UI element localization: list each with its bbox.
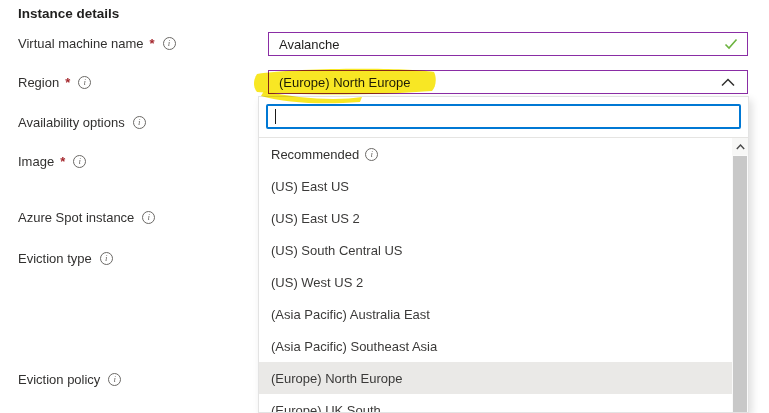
region-option-label: (US) East US [271,179,349,194]
region-option[interactable]: (US) West US 2 [259,266,732,298]
region-option-label: (US) South Central US [271,243,403,258]
info-icon[interactable]: i [163,37,176,50]
text-caret [275,109,276,124]
region-search-input[interactable] [268,106,739,127]
scrollbar-thumb[interactable] [733,156,747,412]
region-option[interactable]: (Asia Pacific) Southeast Asia [259,330,732,362]
required-marker: * [60,154,65,169]
image-label: Image* i [18,154,86,169]
region-group-header-text: Recommended [271,147,359,162]
required-marker: * [150,36,155,51]
region-option[interactable]: (Europe) UK South [259,394,732,412]
region-search-box [266,104,741,129]
vm-name-input[interactable] [269,33,724,55]
availability-options-label: Availability options i [18,115,146,130]
info-icon[interactable]: i [133,116,146,129]
region-selected-value: (Europe) North Europe [279,75,411,90]
region-group-header: Recommended i [259,138,732,170]
region-option[interactable]: (US) East US [259,170,732,202]
chevron-up-icon[interactable] [721,78,735,87]
info-icon[interactable]: i [365,148,378,161]
region-option-label: (US) West US 2 [271,275,363,290]
eviction-type-label: Eviction type i [18,251,113,266]
region-option-label: (US) East US 2 [271,211,360,226]
availability-options-label-text: Availability options [18,115,125,130]
region-option-label: (Europe) North Europe [271,371,403,386]
eviction-type-label-text: Eviction type [18,251,92,266]
eviction-policy-label-text: Eviction policy [18,372,100,387]
region-label: Region* i [18,75,91,90]
info-icon[interactable]: i [142,211,155,224]
region-option-list: Recommended i (US) East US (US) East US … [259,138,732,412]
region-option-label: (Europe) UK South [271,403,381,413]
checkmark-icon [724,38,738,50]
vm-name-field [268,32,748,56]
info-icon[interactable]: i [100,252,113,265]
region-label-text: Region [18,75,59,90]
eviction-policy-label: Eviction policy i [18,372,121,387]
vm-name-label-text: Virtual machine name [18,36,144,51]
region-option-label: (Asia Pacific) Australia East [271,307,430,322]
azure-spot-instance-label: Azure Spot instance i [18,210,155,225]
region-combobox[interactable]: (Europe) North Europe [268,70,748,94]
info-icon[interactable]: i [108,373,121,386]
required-marker: * [65,75,70,90]
region-option[interactable]: (Europe) North Europe [259,362,732,394]
azure-spot-instance-label-text: Azure Spot instance [18,210,134,225]
scroll-up-arrow-icon [736,144,745,150]
section-title: Instance details [18,6,119,21]
scrollbar[interactable] [732,138,748,412]
region-option[interactable]: (US) South Central US [259,234,732,266]
region-dropdown-panel: Recommended i (US) East US (US) East US … [258,96,749,413]
region-option[interactable]: (US) East US 2 [259,202,732,234]
region-option[interactable]: (Asia Pacific) Australia East [259,298,732,330]
info-icon[interactable]: i [78,76,91,89]
vm-name-label: Virtual machine name* i [18,36,176,51]
region-option-label: (Asia Pacific) Southeast Asia [271,339,437,354]
scroll-up-button[interactable] [732,138,748,155]
image-label-text: Image [18,154,54,169]
info-icon[interactable]: i [73,155,86,168]
